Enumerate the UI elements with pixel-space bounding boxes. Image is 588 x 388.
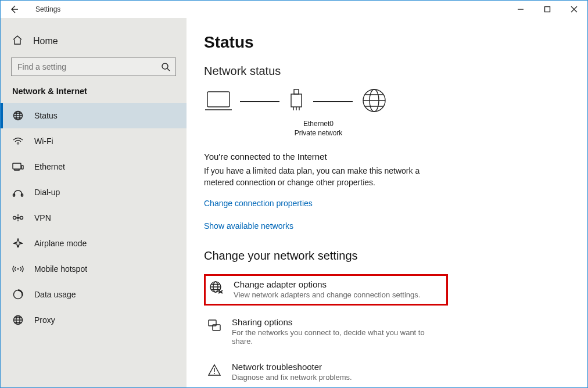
sidebar-item-label: Mobile hotspot xyxy=(34,264,87,274)
sidebar: Home Network & Internet Status Wi-Fi xyxy=(1,18,187,387)
minimize-button[interactable] xyxy=(507,1,534,18)
svg-rect-0 xyxy=(545,7,550,12)
option-change-adapter[interactable]: Change adapter options View network adap… xyxy=(204,274,448,306)
home-label: Home xyxy=(33,36,58,46)
svg-point-9 xyxy=(13,217,16,220)
wire-icon xyxy=(240,101,279,102)
svg-rect-15 xyxy=(207,92,230,107)
svg-point-4 xyxy=(17,144,19,145)
option-sharing[interactable]: Sharing options For the networks you con… xyxy=(204,314,448,350)
sidebar-item-status[interactable]: Status xyxy=(1,103,187,128)
change-settings-heading: Change your network settings xyxy=(204,249,570,263)
svg-point-10 xyxy=(20,217,23,220)
sidebar-item-proxy[interactable]: Proxy xyxy=(1,307,187,333)
svg-rect-5 xyxy=(13,163,21,169)
search-input[interactable] xyxy=(11,58,176,76)
sidebar-item-ethernet[interactable]: Ethernet xyxy=(1,154,187,179)
sidebar-group-heading: Network & Internet xyxy=(1,87,187,103)
link-change-connection-properties[interactable]: Change connection properties xyxy=(204,199,313,208)
svg-rect-17 xyxy=(294,89,299,94)
sidebar-item-label: Wi-Fi xyxy=(34,136,53,146)
close-button[interactable] xyxy=(561,1,587,18)
connected-body: If you have a limited data plan, you can… xyxy=(204,165,442,189)
wifi-icon xyxy=(12,135,24,147)
network-diagram xyxy=(205,87,570,116)
sidebar-item-airplane[interactable]: Airplane mode xyxy=(1,231,187,256)
option-desc: Diagnose and fix network problems. xyxy=(232,373,352,382)
sidebar-item-label: Airplane mode xyxy=(34,239,87,248)
option-title: Change adapter options xyxy=(234,279,420,289)
sharing-icon xyxy=(207,317,223,346)
adapter-name: Ethernet0 xyxy=(257,120,379,129)
adapter-icon xyxy=(288,88,305,115)
adapter-options-icon xyxy=(209,279,224,299)
link-show-available-networks[interactable]: Show available networks xyxy=(204,221,293,231)
globe-icon xyxy=(12,110,24,121)
option-title: Network troubleshooter xyxy=(232,362,352,372)
hotspot-icon xyxy=(12,263,24,275)
sidebar-item-label: Proxy xyxy=(34,315,55,325)
svg-point-1 xyxy=(162,63,168,69)
wire-icon xyxy=(313,101,353,102)
sidebar-item-datausage[interactable]: Data usage xyxy=(1,282,187,307)
sidebar-item-label: Ethernet xyxy=(34,162,65,171)
svg-point-24 xyxy=(214,373,215,374)
option-troubleshooter[interactable]: Network troubleshooter Diagnose and fix … xyxy=(204,358,448,386)
sidebar-item-hotspot[interactable]: Mobile hotspot xyxy=(1,256,187,282)
option-desc: For the networks you connect to, decide … xyxy=(232,328,444,346)
option-desc: View network adapters and change connect… xyxy=(234,290,420,299)
maximize-button[interactable] xyxy=(534,1,561,18)
content-pane: Status Network status Ethernet0 Private … xyxy=(187,18,587,387)
search-icon xyxy=(161,62,170,74)
svg-rect-6 xyxy=(21,166,23,169)
window-title: Settings xyxy=(35,5,60,13)
sidebar-item-wifi[interactable]: Wi-Fi xyxy=(1,128,187,154)
sidebar-item-label: VPN xyxy=(34,213,51,222)
home-button[interactable]: Home xyxy=(1,31,187,52)
sidebar-item-label: Status xyxy=(34,111,58,120)
page-title: Status xyxy=(204,33,570,52)
airplane-icon xyxy=(12,238,24,249)
titlebar: Settings xyxy=(1,1,587,18)
connected-heading: You're connected to the Internet xyxy=(204,152,570,161)
vpn-icon xyxy=(12,212,24,224)
warning-icon xyxy=(207,362,223,382)
adapter-caption: Ethernet0 Private network xyxy=(204,120,379,138)
svg-rect-16 xyxy=(291,94,302,107)
ethernet-icon xyxy=(12,161,24,173)
home-icon xyxy=(12,35,23,48)
data-usage-icon xyxy=(12,289,24,300)
dialup-icon xyxy=(12,186,24,198)
sidebar-item-vpn[interactable]: VPN xyxy=(1,205,187,231)
proxy-icon xyxy=(12,314,24,326)
svg-point-11 xyxy=(17,268,19,270)
back-button[interactable] xyxy=(1,1,27,18)
status-heading: Network status xyxy=(204,64,570,78)
option-title: Sharing options xyxy=(232,317,444,327)
sidebar-item-label: Dial-up xyxy=(34,188,60,197)
adapter-profile: Private network xyxy=(257,129,379,138)
globe-icon xyxy=(361,87,388,116)
pc-icon xyxy=(205,88,232,115)
sidebar-item-label: Data usage xyxy=(34,290,76,299)
sidebar-item-dialup[interactable]: Dial-up xyxy=(1,179,187,205)
